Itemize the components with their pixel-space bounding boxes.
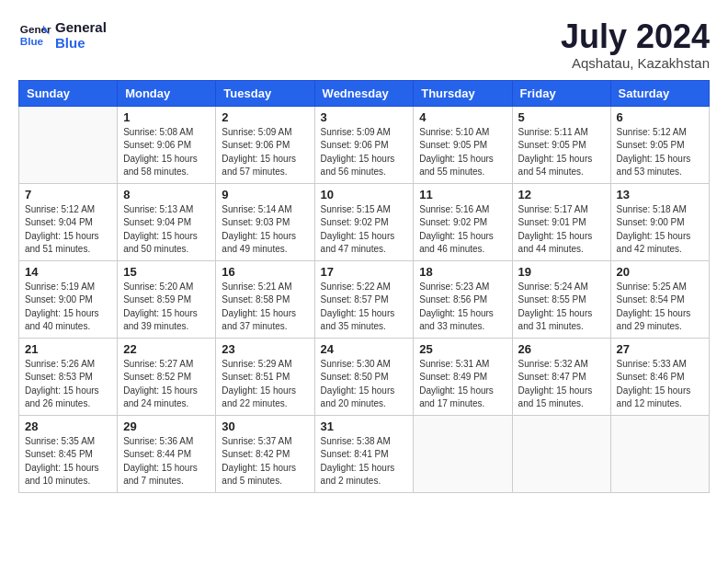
calendar-cell: 24Sunrise: 5:30 AM Sunset: 8:50 PM Dayli… xyxy=(314,338,414,415)
calendar-week-5: 28Sunrise: 5:35 AM Sunset: 8:45 PM Dayli… xyxy=(19,415,710,492)
day-number: 13 xyxy=(617,188,703,201)
day-number: 1 xyxy=(123,110,210,124)
logo-general: General xyxy=(55,19,107,35)
calendar-cell: 4Sunrise: 5:10 AM Sunset: 9:05 PM Daylig… xyxy=(414,106,512,183)
calendar-header-row: SundayMondayTuesdayWednesdayThursdayFrid… xyxy=(19,80,710,106)
calendar-cell xyxy=(414,415,512,492)
day-info: Sunrise: 5:09 AM Sunset: 9:06 PM Dayligh… xyxy=(222,126,308,179)
day-number: 4 xyxy=(419,110,506,124)
calendar-week-3: 14Sunrise: 5:19 AM Sunset: 9:00 PM Dayli… xyxy=(19,260,710,338)
day-info: Sunrise: 5:13 AM Sunset: 9:04 PM Dayligh… xyxy=(123,203,210,257)
calendar-cell: 15Sunrise: 5:20 AM Sunset: 8:59 PM Dayli… xyxy=(118,260,216,338)
day-number: 16 xyxy=(222,265,308,279)
calendar-cell: 8Sunrise: 5:13 AM Sunset: 9:04 PM Daylig… xyxy=(118,183,216,260)
day-number: 11 xyxy=(419,188,506,201)
header-tuesday: Tuesday xyxy=(216,80,314,106)
day-number: 19 xyxy=(518,265,605,279)
calendar-cell: 26Sunrise: 5:32 AM Sunset: 8:47 PM Dayli… xyxy=(512,338,610,415)
day-number: 26 xyxy=(518,342,605,356)
day-info: Sunrise: 5:16 AM Sunset: 9:02 PM Dayligh… xyxy=(419,203,506,257)
day-number: 15 xyxy=(123,265,210,279)
calendar-cell xyxy=(512,415,610,492)
day-number: 17 xyxy=(321,265,408,279)
day-info: Sunrise: 5:23 AM Sunset: 8:56 PM Dayligh… xyxy=(419,281,506,334)
day-info: Sunrise: 5:18 AM Sunset: 9:00 PM Dayligh… xyxy=(617,203,703,257)
day-info: Sunrise: 5:15 AM Sunset: 9:02 PM Dayligh… xyxy=(321,203,408,257)
day-info: Sunrise: 5:27 AM Sunset: 8:52 PM Dayligh… xyxy=(123,358,210,411)
header-monday: Monday xyxy=(118,80,216,106)
day-number: 30 xyxy=(222,419,308,433)
day-info: Sunrise: 5:17 AM Sunset: 9:01 PM Dayligh… xyxy=(518,203,605,257)
day-number: 24 xyxy=(321,342,408,356)
svg-text:General: General xyxy=(20,23,51,35)
day-number: 3 xyxy=(321,110,408,124)
calendar-cell: 27Sunrise: 5:33 AM Sunset: 8:46 PM Dayli… xyxy=(610,338,709,415)
day-info: Sunrise: 5:35 AM Sunset: 8:45 PM Dayligh… xyxy=(25,435,111,488)
calendar-cell: 17Sunrise: 5:22 AM Sunset: 8:57 PM Dayli… xyxy=(314,260,414,338)
day-number: 22 xyxy=(123,342,210,356)
calendar-cell: 13Sunrise: 5:18 AM Sunset: 9:00 PM Dayli… xyxy=(610,183,709,260)
header-wednesday: Wednesday xyxy=(314,80,414,106)
day-info: Sunrise: 5:09 AM Sunset: 9:06 PM Dayligh… xyxy=(321,126,408,179)
logo-blue: Blue xyxy=(55,35,107,51)
day-info: Sunrise: 5:30 AM Sunset: 8:50 PM Dayligh… xyxy=(321,358,408,411)
day-number: 31 xyxy=(321,419,408,433)
day-number: 25 xyxy=(419,342,506,356)
location: Aqshatau, Kazakhstan xyxy=(561,55,710,71)
day-info: Sunrise: 5:24 AM Sunset: 8:55 PM Dayligh… xyxy=(518,281,605,334)
month-title: July 2024 xyxy=(561,18,710,55)
calendar-cell: 16Sunrise: 5:21 AM Sunset: 8:58 PM Dayli… xyxy=(216,260,314,338)
day-number: 27 xyxy=(617,342,703,356)
calendar-cell: 22Sunrise: 5:27 AM Sunset: 8:52 PM Dayli… xyxy=(118,338,216,415)
day-number: 8 xyxy=(123,188,210,201)
day-info: Sunrise: 5:33 AM Sunset: 8:46 PM Dayligh… xyxy=(617,358,703,411)
day-info: Sunrise: 5:38 AM Sunset: 8:41 PM Dayligh… xyxy=(321,435,408,488)
day-info: Sunrise: 5:08 AM Sunset: 9:06 PM Dayligh… xyxy=(123,126,210,179)
day-info: Sunrise: 5:19 AM Sunset: 9:00 PM Dayligh… xyxy=(25,281,111,334)
calendar-cell: 12Sunrise: 5:17 AM Sunset: 9:01 PM Dayli… xyxy=(512,183,610,260)
day-info: Sunrise: 5:20 AM Sunset: 8:59 PM Dayligh… xyxy=(123,281,210,334)
day-info: Sunrise: 5:10 AM Sunset: 9:05 PM Dayligh… xyxy=(419,126,506,179)
calendar-cell: 11Sunrise: 5:16 AM Sunset: 9:02 PM Dayli… xyxy=(414,183,512,260)
day-number: 14 xyxy=(25,265,111,279)
calendar-cell: 29Sunrise: 5:36 AM Sunset: 8:44 PM Dayli… xyxy=(118,415,216,492)
calendar-cell: 19Sunrise: 5:24 AM Sunset: 8:55 PM Dayli… xyxy=(512,260,610,338)
calendar-cell: 2Sunrise: 5:09 AM Sunset: 9:06 PM Daylig… xyxy=(216,106,314,183)
calendar-cell: 21Sunrise: 5:26 AM Sunset: 8:53 PM Dayli… xyxy=(19,338,118,415)
day-number: 7 xyxy=(25,188,111,201)
calendar-table: SundayMondayTuesdayWednesdayThursdayFrid… xyxy=(18,80,710,493)
svg-text:Blue: Blue xyxy=(20,35,44,47)
calendar-cell: 28Sunrise: 5:35 AM Sunset: 8:45 PM Dayli… xyxy=(19,415,118,492)
day-info: Sunrise: 5:29 AM Sunset: 8:51 PM Dayligh… xyxy=(222,358,308,411)
calendar-cell: 31Sunrise: 5:38 AM Sunset: 8:41 PM Dayli… xyxy=(314,415,414,492)
day-info: Sunrise: 5:37 AM Sunset: 8:42 PM Dayligh… xyxy=(222,435,308,488)
day-info: Sunrise: 5:12 AM Sunset: 9:05 PM Dayligh… xyxy=(617,126,703,179)
calendar-cell xyxy=(610,415,709,492)
day-number: 20 xyxy=(617,265,703,279)
calendar-cell: 14Sunrise: 5:19 AM Sunset: 9:00 PM Dayli… xyxy=(19,260,118,338)
calendar-cell: 9Sunrise: 5:14 AM Sunset: 9:03 PM Daylig… xyxy=(216,183,314,260)
calendar-week-2: 7Sunrise: 5:12 AM Sunset: 9:04 PM Daylig… xyxy=(19,183,710,260)
day-info: Sunrise: 5:26 AM Sunset: 8:53 PM Dayligh… xyxy=(25,358,111,411)
calendar-week-1: 1Sunrise: 5:08 AM Sunset: 9:06 PM Daylig… xyxy=(19,106,710,183)
day-number: 6 xyxy=(617,110,703,124)
calendar-cell: 23Sunrise: 5:29 AM Sunset: 8:51 PM Dayli… xyxy=(216,338,314,415)
calendar-cell: 6Sunrise: 5:12 AM Sunset: 9:05 PM Daylig… xyxy=(610,106,709,183)
header-thursday: Thursday xyxy=(414,80,512,106)
calendar-cell: 7Sunrise: 5:12 AM Sunset: 9:04 PM Daylig… xyxy=(19,183,118,260)
calendar-cell: 1Sunrise: 5:08 AM Sunset: 9:06 PM Daylig… xyxy=(118,106,216,183)
day-info: Sunrise: 5:32 AM Sunset: 8:47 PM Dayligh… xyxy=(518,358,605,411)
day-number: 9 xyxy=(222,188,308,201)
day-number: 2 xyxy=(222,110,308,124)
day-info: Sunrise: 5:21 AM Sunset: 8:58 PM Dayligh… xyxy=(222,281,308,334)
page-header: General Blue General Blue July 2024 Aqsh… xyxy=(18,18,710,71)
calendar-week-4: 21Sunrise: 5:26 AM Sunset: 8:53 PM Dayli… xyxy=(19,338,710,415)
day-info: Sunrise: 5:36 AM Sunset: 8:44 PM Dayligh… xyxy=(123,435,210,488)
day-number: 21 xyxy=(25,342,111,356)
day-number: 18 xyxy=(419,265,506,279)
day-number: 5 xyxy=(518,110,605,124)
header-sunday: Sunday xyxy=(19,80,118,106)
logo: General Blue General Blue xyxy=(18,18,107,52)
day-info: Sunrise: 5:31 AM Sunset: 8:49 PM Dayligh… xyxy=(419,358,506,411)
day-number: 12 xyxy=(518,188,605,201)
